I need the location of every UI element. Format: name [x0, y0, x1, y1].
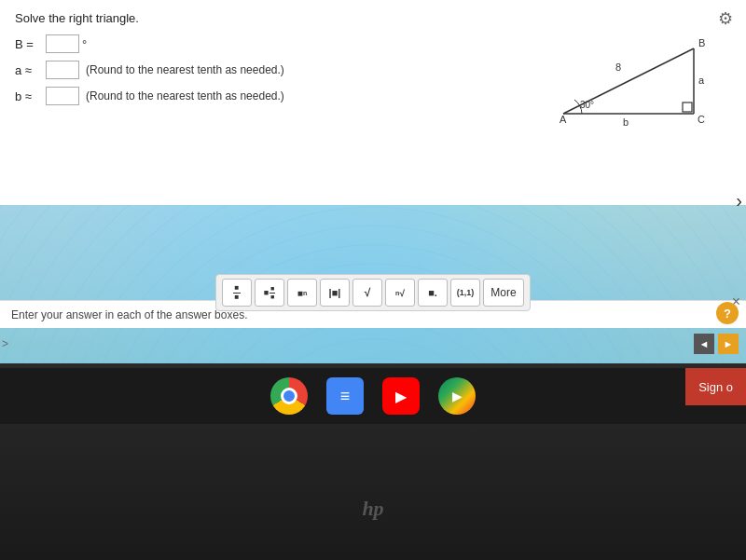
expand-left-button[interactable]: >: [2, 337, 8, 350]
superscript-button[interactable]: ■n: [287, 279, 317, 307]
ordered-pair-button[interactable]: (1,1): [450, 279, 480, 307]
a-label: a ≈: [15, 63, 43, 77]
b-note: (Round to the nearest tenth as needed.): [86, 89, 284, 102]
svg-text:C: C: [698, 114, 705, 125]
svg-text:8: 8: [615, 61, 621, 73]
b-angle-row: B = °: [15, 34, 507, 53]
absolute-value-button[interactable]: |■|: [320, 279, 350, 307]
fraction-button[interactable]: ■ ■: [222, 279, 252, 307]
nth-root-button[interactable]: n√: [385, 279, 415, 307]
prev-button[interactable]: ◄: [694, 334, 714, 354]
svg-rect-3: [683, 102, 692, 112]
b-side-label: b ≈: [15, 89, 43, 103]
b-side-input[interactable]: [46, 87, 79, 105]
problem-inputs: B = ° a ≈ (Round to the nearest tenth as…: [15, 34, 507, 113]
taskbar: ≡ ▶ ▶: [0, 368, 746, 424]
taskbar-youtube-icon[interactable]: ▶: [382, 377, 420, 415]
math-toolbar: ■ ■ ■ ■ ■ ■n |■| √ n√ ■. (1,1): [215, 274, 531, 311]
square-root-button[interactable]: √: [352, 279, 382, 307]
status-text: Enter your answer in each of the answer …: [11, 308, 247, 321]
a-input[interactable]: [46, 61, 79, 79]
mixed-number-button[interactable]: ■ ■ ■: [255, 279, 284, 307]
b-side-row: b ≈ (Round to the nearest tenth as neede…: [15, 87, 507, 105]
decimal-button[interactable]: ■.: [418, 279, 448, 307]
sign-out-button[interactable]: Sign o: [685, 368, 746, 405]
svg-text:B: B: [698, 37, 705, 48]
problem-title: Solve the right triangle.: [15, 11, 731, 25]
help-button[interactable]: ?: [716, 302, 739, 324]
triangle-diagram: A C B 8 a b 30°: [526, 30, 731, 132]
problem-area: B = ° a ≈ (Round to the nearest tenth as…: [15, 34, 731, 132]
taskbar-chrome-icon[interactable]: [270, 377, 308, 415]
nav-arrows: ◄ ►: [694, 334, 739, 354]
svg-text:A: A: [560, 114, 567, 125]
hp-logo-area: hp: [345, 495, 401, 523]
next-button[interactable]: ►: [718, 334, 739, 354]
more-button[interactable]: More: [483, 279, 524, 307]
gear-button[interactable]: ⚙: [712, 6, 739, 32]
b-input[interactable]: [46, 34, 79, 53]
svg-text:a: a: [698, 75, 705, 86]
hp-logo: hp: [345, 495, 401, 523]
scroll-right-indicator[interactable]: ›: [732, 186, 746, 215]
content-panel: ⚙ Solve the right triangle. B = ° a ≈ (R…: [0, 0, 746, 205]
a-note: (Round to the nearest tenth as needed.): [86, 63, 284, 76]
taskbar-playstore-icon[interactable]: ▶: [438, 377, 476, 415]
b-label: B =: [15, 37, 43, 51]
svg-text:b: b: [623, 116, 629, 128]
a-side-row: a ≈ (Round to the nearest tenth as neede…: [15, 61, 507, 79]
degree-symbol: °: [82, 37, 87, 51]
svg-text:30°: 30°: [580, 100, 594, 110]
taskbar-files-icon[interactable]: ≡: [326, 377, 364, 415]
screen: ⚙ Solve the right triangle. B = ° a ≈ (R…: [0, 0, 746, 363]
